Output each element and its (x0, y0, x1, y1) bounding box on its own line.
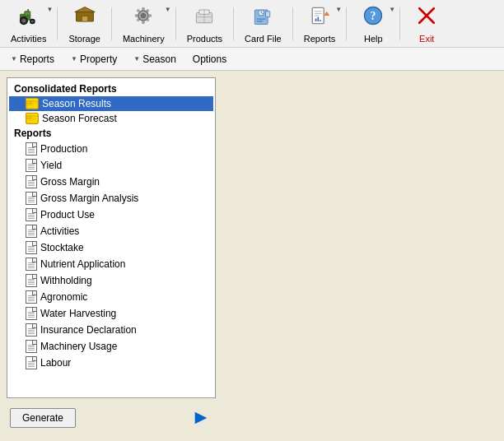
separator-5 (292, 7, 293, 40)
toolbar-exit[interactable]: Exit (402, 3, 451, 44)
tree-item-withholding[interactable]: Withholding (9, 272, 213, 289)
withholding-doc-icon (26, 274, 37, 287)
exit-icon (415, 4, 438, 32)
separator-7 (399, 7, 400, 40)
labour-doc-icon (26, 356, 37, 369)
stocktake-doc-icon (26, 241, 37, 254)
reports-icon (308, 4, 331, 32)
menu-property-label: Property (80, 53, 117, 65)
season-forecast-icon (26, 113, 39, 124)
stocktake-label: Stocktake (40, 242, 84, 253)
toolbar: ▼ Activities Storage (0, 0, 504, 48)
toolbar-storage[interactable]: Storage (59, 3, 110, 44)
machinery-usage-doc-icon (26, 340, 37, 353)
bottom-bar: Generate (7, 402, 216, 434)
machinery-usage-label: Machinery Usage (40, 341, 117, 352)
tree-container: Consolidated Reports Season Results (7, 77, 216, 398)
svg-rect-28 (257, 18, 266, 19)
svg-rect-12 (142, 7, 145, 11)
right-panel (222, 71, 504, 441)
insurance-declaration-doc-icon (26, 323, 37, 337)
svg-rect-44 (26, 101, 31, 104)
svg-rect-9 (82, 16, 87, 21)
tree-item-season-results[interactable]: Season Results (9, 96, 213, 111)
toolbar-machinery[interactable]: ▼ Machinery (114, 3, 174, 44)
product-use-label: Product Use (40, 209, 95, 220)
tree-item-gross-margin-analysis[interactable]: Gross Margin Analysis (9, 190, 213, 207)
tree-item-machinery-usage[interactable]: Machinery Usage (9, 338, 213, 355)
svg-text:?: ? (371, 10, 376, 22)
menu-property[interactable]: ▼ Property (63, 50, 124, 68)
help-icon: ? (362, 4, 385, 32)
menubar: ▼ Reports ▼ Property ▼ Season Options (0, 48, 504, 71)
generate-button[interactable]: Generate (10, 408, 76, 428)
separator-4 (233, 7, 234, 40)
separator-3 (175, 7, 176, 40)
water-harvesting-doc-icon (26, 307, 37, 320)
menu-options-label: Options (193, 53, 226, 65)
activities-doc-icon (26, 225, 37, 238)
toolbar-help-label: Help (364, 34, 383, 44)
water-harvesting-label: Water Harvesting (40, 308, 116, 319)
toolbar-products[interactable]: Products (178, 3, 231, 44)
next-arrow-button[interactable] (189, 406, 212, 429)
tree-item-product-use[interactable]: Product Use (9, 207, 213, 223)
toolbar-reports[interactable]: ▼ Reports (295, 3, 345, 44)
menu-options[interactable]: Options (185, 50, 234, 68)
tree-item-nutrient-application[interactable]: Nutrient Application (9, 256, 213, 272)
tree-item-water-harvesting[interactable]: Water Harvesting (9, 305, 213, 322)
svg-rect-35 (315, 18, 317, 21)
withholding-label: Withholding (40, 275, 92, 286)
svg-rect-48 (26, 116, 31, 118)
gross-margin-analysis-label: Gross Margin Analysis (40, 193, 138, 204)
svg-rect-13 (142, 21, 145, 24)
tree-item-insurance-declaration[interactable]: Insurance Declaration (9, 322, 213, 338)
main-area: Consolidated Reports Season Results (0, 71, 504, 441)
yield-label: Yield (40, 160, 62, 171)
tree-item-gross-margin[interactable]: Gross Margin (9, 174, 213, 190)
menu-reports[interactable]: ▼ Reports (3, 50, 62, 68)
tree-item-labour[interactable]: Labour (9, 355, 213, 371)
menu-season-down-icon: ▼ (133, 55, 140, 63)
separator-6 (346, 7, 347, 40)
tree-item-production[interactable]: Production (9, 141, 213, 157)
svg-rect-37 (320, 20, 321, 21)
svg-point-3 (21, 18, 25, 21)
svg-point-11 (142, 13, 146, 17)
left-panel: Consolidated Reports Season Results (0, 71, 222, 441)
svg-marker-8 (74, 7, 95, 12)
yield-doc-icon (26, 159, 37, 172)
svg-marker-51 (195, 412, 208, 425)
tree-item-stocktake[interactable]: Stocktake (9, 239, 213, 256)
product-use-doc-icon (26, 208, 37, 221)
tree-item-agronomic[interactable]: Agronomic (9, 289, 213, 305)
agronomic-doc-icon (26, 290, 37, 304)
season-results-label: Season Results (42, 98, 111, 109)
consolidated-reports-header: Consolidated Reports (9, 81, 213, 96)
toolbar-activities[interactable]: ▼ Activities (2, 3, 55, 44)
insurance-declaration-label: Insurance Declaration (40, 324, 137, 336)
tree-item-season-forecast[interactable]: Season Forecast (9, 111, 213, 126)
menu-season[interactable]: ▼ Season (126, 50, 184, 68)
svg-rect-30 (266, 11, 270, 16)
svg-rect-15 (148, 14, 152, 16)
menu-reports-label: Reports (20, 53, 54, 65)
svg-rect-6 (27, 9, 29, 12)
products-icon (193, 4, 216, 32)
agronomic-label: Agronomic (40, 291, 87, 303)
toolbar-help[interactable]: ? ▼ Help (348, 3, 398, 44)
menu-season-label: Season (142, 53, 176, 65)
toolbar-cardfile[interactable]: Card File (236, 3, 291, 44)
tree-item-activities[interactable]: Activities (9, 223, 213, 239)
production-doc-icon (26, 142, 37, 156)
labour-label: Labour (40, 357, 71, 369)
season-results-icon (26, 98, 39, 109)
menu-reports-down-icon: ▼ (11, 55, 17, 63)
gross-margin-doc-icon (26, 175, 37, 188)
cardfile-icon (251, 4, 274, 32)
svg-rect-16 (137, 9, 140, 12)
tractor-icon (17, 4, 40, 32)
svg-rect-36 (317, 16, 319, 21)
toolbar-storage-label: Storage (68, 34, 100, 44)
tree-item-yield[interactable]: Yield (9, 157, 213, 174)
